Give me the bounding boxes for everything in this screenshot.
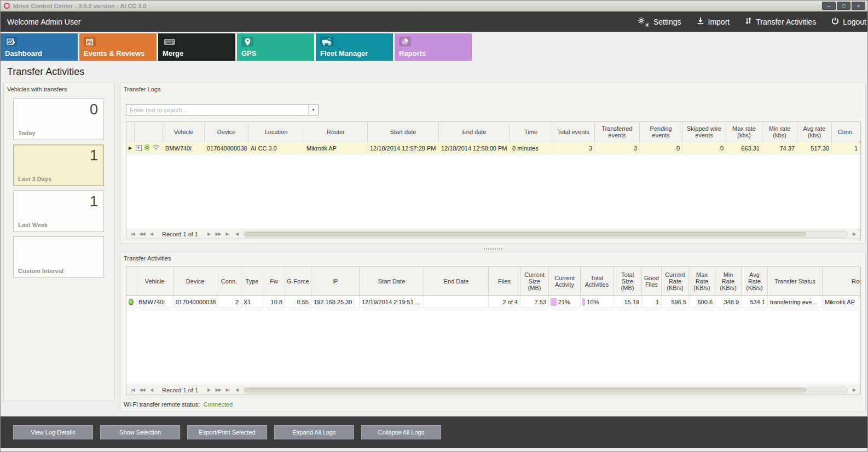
minimize-button[interactable]: – [822,2,836,10]
panel-splitter[interactable] [120,246,866,251]
show-selection-button[interactable]: Show Selection [100,425,180,439]
progress-bar [551,298,557,306]
pager-record-label: Record 1 of 1 [162,387,198,393]
logout-button[interactable]: Logout [831,17,866,26]
card-last-week[interactable]: 1 Last Week [13,190,104,232]
cell-conn: 1 [832,142,860,154]
search-input[interactable] [126,105,308,115]
hscroll-left-button[interactable]: ◀ [233,387,241,392]
pager-fast-prev-button[interactable]: ◀◀ [138,231,146,236]
pager-prev-button[interactable]: ◀ [147,387,155,392]
column-header-transferred-events[interactable]: Transferred events [595,122,640,142]
column-header-current-size[interactable]: Current Size (MB) [520,267,549,295]
column-header-start-date[interactable]: Start Date [360,267,424,295]
column-header-min-rate[interactable]: Min Rate (KB/s) [715,267,742,295]
tab-fleet-manager[interactable]: Fleet Manager [316,33,393,61]
tab-events-reviews[interactable]: Events & Reviews [79,33,157,61]
column-header-skipped-wire-events[interactable]: Skipped wire events [682,122,726,142]
column-header-max-rate[interactable]: Max Rate (KB/s) [689,267,715,295]
pager-next-button[interactable]: ▶ [205,387,213,392]
column-header-device[interactable]: Device [173,267,217,295]
column-header-max-rate[interactable]: Max rate (kbs) [726,122,762,142]
card-today[interactable]: 0 Today [13,98,104,140]
column-header-conn[interactable]: Conn. [832,122,860,142]
pager-prev-button[interactable]: ◀ [147,231,155,236]
column-header-end-date[interactable]: End date [439,122,510,142]
card-custom-interval[interactable]: Custom Interval [13,236,104,278]
column-header-g-force[interactable]: G-Force [285,267,311,295]
transfer-logs-pager: |◀ ◀◀ ◀ Record 1 of 1 ▶ ▶▶ ▶| ◀ ▶ [126,229,860,239]
tab-dashboard[interactable]: Dashboard [1,33,78,61]
cell-start-date: 12/19/2014 2:19:51 ... [360,296,424,308]
expand-row-button[interactable]: + [136,145,142,151]
column-header-end-date[interactable]: End Date [424,267,489,295]
column-header-avg-rate[interactable]: Avg rate (kbs) [797,122,832,142]
collapse-all-logs-button[interactable]: Collapse All Logs [361,425,441,439]
pager-next-button[interactable]: ▶ [205,231,213,236]
pager-fast-next-button[interactable]: ▶▶ [214,387,222,392]
column-header-min-rate[interactable]: Min rate (kbs) [762,122,797,142]
import-button[interactable]: Import [697,17,730,26]
hscroll-left-button[interactable]: ◀ [233,231,241,236]
column-header-start-date[interactable]: Start date [368,122,439,142]
column-header-vehicle[interactable]: Vehicle [136,267,173,295]
expand-all-logs-button[interactable]: Expand All Logs [274,425,354,439]
cell-total-size: 15.19 [614,296,642,308]
column-header-pending-events[interactable]: Pending events [640,122,682,142]
column-header-location[interactable]: Location [248,122,304,142]
transfer-activities-button[interactable]: Transfer Activities [745,17,816,26]
view-log-details-button[interactable]: View Log Details [13,425,93,439]
pager-last-button[interactable]: ▶| [223,231,232,236]
pager-first-button[interactable]: |◀ [129,387,137,392]
column-header-router[interactable]: Router [823,267,861,295]
column-header-ip[interactable]: IP [311,267,360,295]
column-header-transfer-status[interactable]: Transfer Status [768,267,823,295]
tab-gps[interactable]: GPS [237,33,314,61]
card-label: Today [18,130,36,136]
column-header-current-activity[interactable]: Current Activity [549,267,581,295]
hscroll-right-button[interactable]: ▶ [850,231,858,236]
column-header-avg-rate[interactable]: Avg Rate (KB/s) [742,267,768,295]
column-header-router[interactable]: Router [304,122,368,142]
wifi-icon [152,144,160,152]
column-header-files[interactable]: Files [489,267,520,295]
cell-g-force: 0.55 [285,296,311,308]
settings-button[interactable]: Settings [638,17,681,27]
column-header-vehicle[interactable]: Vehicle [163,122,205,142]
chevron-down-icon[interactable]: ▼ [308,105,318,115]
transfer-activities-header: Vehicle Device Conn. Type Fw G-Force IP … [126,267,861,296]
scrollbar-thumb[interactable] [245,232,806,236]
pager-fast-next-button[interactable]: ▶▶ [214,231,222,236]
column-header-good-files[interactable]: Good Files [642,267,662,295]
tab-label: Dashboard [5,49,42,57]
column-header-total-size[interactable]: Total Size (MB) [614,267,642,295]
hscroll-right-button[interactable]: ▶ [850,387,858,392]
maximize-button[interactable]: □ [837,2,850,10]
column-header-conn[interactable]: Conn. [217,267,241,295]
column-header-device[interactable]: Device [205,122,248,142]
card-label: Last Week [18,222,48,228]
export-print-selected-button[interactable]: Export/Print Selected [187,425,267,439]
import-label: Import [708,18,730,26]
column-header-fw[interactable]: Fw [263,267,285,295]
tab-merge[interactable]: Merge [158,33,235,61]
horizontal-scrollbar[interactable] [243,387,848,393]
tab-reports[interactable]: Reports [395,33,472,61]
transfer-log-row[interactable]: ▶ + BMW740i 017040000038 AI CC 3.0 Mikro… [126,142,861,154]
pager-last-button[interactable]: ▶| [223,387,232,392]
tab-label: GPS [241,49,256,57]
column-header-time[interactable]: Time [510,122,552,142]
close-button[interactable]: × [852,2,865,10]
transfer-activity-row[interactable]: BMW740i 017040000038 2 X1 10.8 0.55 192.… [126,296,861,308]
column-header-total-events[interactable]: Total events [552,122,595,142]
pager-fast-prev-button[interactable]: ◀◀ [138,387,146,392]
scrollbar-thumb[interactable] [245,388,806,392]
pager-first-button[interactable]: |◀ [129,231,137,236]
column-header-total-activities[interactable]: Total Activities [581,267,614,295]
horizontal-scrollbar[interactable] [243,231,848,237]
column-header-current-rate[interactable]: Current Rate (KB/s) [662,267,689,295]
column-header-type[interactable]: Type [241,267,263,295]
cell-avg-rate: 517.30 [797,142,832,154]
search-combobox[interactable]: ▼ [126,104,319,115]
card-last-3-days[interactable]: 1 Last 3 Days [13,144,104,186]
